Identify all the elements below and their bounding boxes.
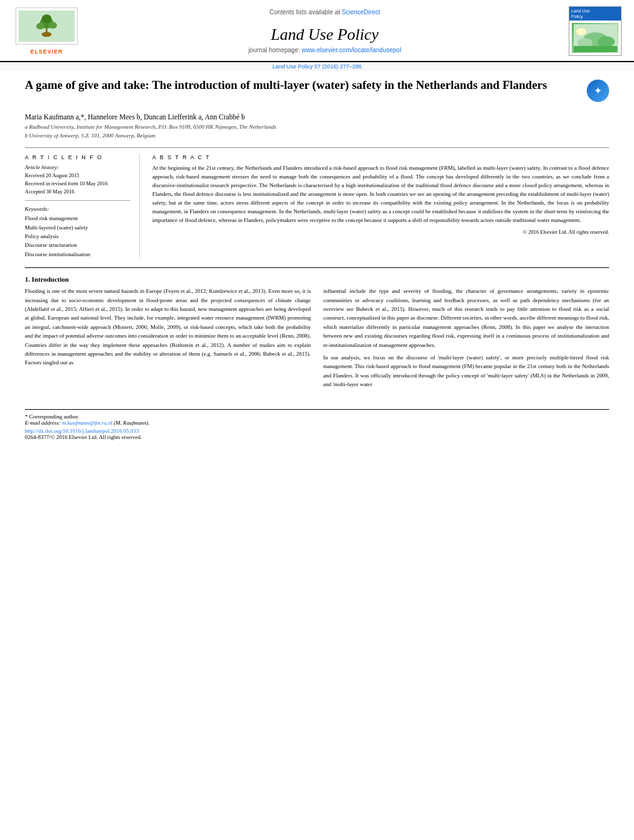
page: ELSEVIER Contents lists available at Sci… (0, 0, 634, 840)
crossmark-icon: ✦ (587, 80, 609, 102)
email-link[interactable]: m.kaufmann@fm.ru.nl (62, 420, 113, 426)
keyword-4: Discourse structuration (25, 241, 131, 249)
article-title-section: A game of give and take: The introductio… (25, 77, 609, 106)
section-1: 1. Introduction Flooding is one of the m… (25, 275, 609, 392)
received-revised-date: Received in revised form 10 May 2016 (25, 180, 131, 188)
body-two-col: Flooding is one of the most severe natur… (25, 287, 609, 392)
keyword-3: Policy analysis (25, 232, 131, 241)
abstract-text: At the beginning of the 21st century, th… (152, 164, 609, 225)
footer-issn: 0264-8377/© 2016 Elsevier Ltd. All right… (25, 434, 609, 440)
svg-point-5 (42, 14, 52, 22)
email-person: (M. Kaufmann). (114, 420, 150, 426)
intro-para-2: influential include the type and severit… (323, 287, 609, 349)
history-title: Article history: (25, 164, 131, 170)
elsevier-logo: ELSEVIER (12, 7, 81, 55)
affiliations: a Radboud University, Institute for Mana… (25, 123, 609, 140)
elsevier-logo-image (19, 11, 75, 42)
affiliation-b: b University of Antwerp, S.Z. 101, 2000 … (25, 132, 609, 141)
svg-rect-10 (574, 46, 617, 52)
keyword-1: Flood risk management (25, 214, 131, 223)
svg-point-9 (597, 36, 615, 47)
footnote-email-line: E-mail address: m.kaufmann@fm.ru.nl (M. … (25, 420, 609, 426)
homepage-label: journal homepage: (249, 47, 300, 53)
keywords-label: Keywords: (25, 206, 131, 212)
section-1-heading: 1. Introduction (25, 275, 609, 283)
cover-middle (569, 21, 621, 55)
body-divider (25, 267, 609, 268)
article-history: Article history: Received 20 August 2015… (25, 164, 131, 195)
doi-top-text: Land Use Policy 57 (2016) 277–286 (272, 63, 362, 70)
contents-available-line: Contents lists available at ScienceDirec… (81, 9, 569, 16)
intro-para-1: Flooding is one of the most severe natur… (25, 287, 311, 367)
email-label: E-mail address: (25, 420, 60, 426)
info-divider (25, 200, 131, 201)
abstract-column: A B S T R A C T At the beginning of the … (152, 154, 609, 259)
body-right-col: influential include the type and severit… (323, 287, 609, 392)
authors-line: Maria Kaufmann a,*, Hannelore Mees b, Du… (25, 113, 609, 121)
copyright-line: © 2016 Elsevier Ltd. All rights reserved… (152, 229, 609, 235)
svg-point-11 (576, 28, 586, 35)
cover-image-placeholder (572, 23, 618, 53)
article-title: A game of give and take: The introductio… (25, 77, 587, 93)
footnote-corresponding: * Corresponding author. (25, 413, 609, 420)
article-info-abstract-section: A R T I C L E I N F O Article history: R… (25, 147, 609, 259)
cover-landscape-icon (574, 24, 617, 52)
elsevier-logo-box (16, 7, 78, 45)
doi-link[interactable]: http://dx.doi.org/10.1016/j.landusepol.2… (25, 428, 139, 434)
journal-header: ELSEVIER Contents lists available at Sci… (0, 0, 634, 62)
sciencedirect-link[interactable]: ScienceDirect (342, 9, 380, 16)
cover-title: Land Use Policy (569, 7, 621, 21)
doi-top-line: Land Use Policy 57 (2016) 277–286 (0, 62, 634, 71)
svg-point-3 (36, 23, 44, 30)
article-container: A game of give and take: The introductio… (0, 71, 634, 399)
journal-cover-image: Land Use Policy (569, 6, 622, 56)
journal-homepage-line: journal homepage: www.elsevier.com/locat… (81, 47, 569, 53)
body-left-col: Flooding is one of the most severe natur… (25, 287, 311, 392)
elsevier-tree-icon (34, 14, 59, 39)
footer-content: * Corresponding author. E-mail address: … (0, 413, 634, 446)
accepted-date: Accepted 30 May 2016 (25, 188, 131, 196)
journal-title-center: Contents lists available at ScienceDirec… (81, 9, 569, 53)
article-info-label: A R T I C L E I N F O (25, 154, 131, 160)
svg-point-4 (48, 22, 57, 29)
journal-name: Land Use Policy (81, 25, 569, 44)
crossmark-badge: ✦ (587, 80, 609, 102)
received-date: Received 20 August 2015 (25, 172, 131, 180)
elsevier-brand-text: ELSEVIER (30, 48, 63, 55)
keyword-2: Multi-layered (water) safety (25, 223, 131, 232)
keyword-5: Discourse institutionalisation (25, 250, 131, 259)
affiliation-a: a Radboud University, Institute for Mana… (25, 123, 609, 132)
cover-title-line2: Policy (571, 14, 583, 19)
footer-divider (25, 409, 609, 410)
abstract-label: A B S T R A C T (152, 154, 609, 160)
cover-title-line1: Land Use (571, 9, 590, 13)
footer-doi: http://dx.doi.org/10.1016/j.landusepol.2… (25, 428, 609, 434)
intro-para-3: In our analysis, we focus on the discour… (323, 353, 609, 389)
contents-label: Contents lists available at (270, 9, 340, 16)
article-info-column: A R T I C L E I N F O Article history: R… (25, 154, 140, 259)
homepage-link[interactable]: www.elsevier.com/locate/landusepol (301, 47, 401, 53)
